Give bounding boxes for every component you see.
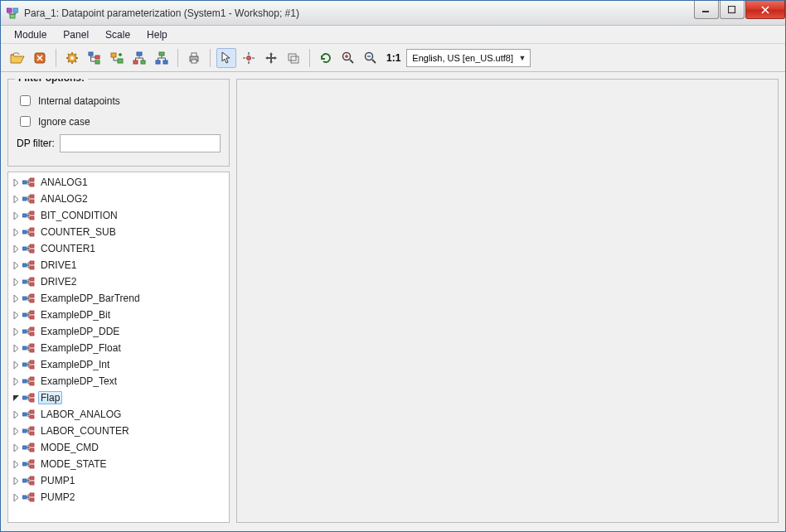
close-button[interactable] xyxy=(745,1,785,19)
disclosure-collapsed-icon[interactable] xyxy=(12,360,20,369)
delete-icon[interactable] xyxy=(30,48,50,68)
svg-rect-24 xyxy=(291,56,298,63)
svg-rect-63 xyxy=(22,380,27,383)
refresh-icon[interactable] xyxy=(316,48,336,68)
datapoint-tree[interactable]: ANALOG1 ANALOG2 BIT_CONDITION COUNTER_SU… xyxy=(7,172,230,523)
svg-rect-52 xyxy=(30,311,34,314)
disclosure-collapsed-icon[interactable] xyxy=(12,460,20,468)
svg-rect-34 xyxy=(30,211,34,215)
target-icon[interactable] xyxy=(239,48,259,68)
disclosure-collapsed-icon[interactable] xyxy=(12,443,20,452)
zoom-in-icon[interactable] xyxy=(338,48,358,68)
tree-item[interactable]: COUNTER_SUB xyxy=(8,224,229,240)
disclosure-collapsed-icon[interactable] xyxy=(12,344,20,352)
tree-item-label: ExampleDP_Float xyxy=(38,341,124,355)
svg-rect-76 xyxy=(30,443,34,447)
tree-item[interactable]: Flap xyxy=(8,389,229,406)
svg-rect-69 xyxy=(22,413,27,416)
language-select[interactable]: English, US [en_US.utf8] xyxy=(406,49,531,67)
menubar: Module Panel Scale Help xyxy=(1,26,785,44)
tree-item[interactable]: DRIVE1 xyxy=(8,257,229,273)
menu-scale[interactable]: Scale xyxy=(97,27,138,42)
tree-item[interactable]: MODE_STATE xyxy=(8,456,229,472)
disclosure-collapsed-icon[interactable] xyxy=(12,211,20,220)
disclosure-collapsed-icon[interactable] xyxy=(12,244,20,253)
datapoint-icon xyxy=(22,309,36,321)
svg-rect-71 xyxy=(30,415,34,418)
hierarchy-icon[interactable] xyxy=(129,48,149,68)
svg-rect-79 xyxy=(30,460,34,463)
tree-item-label: DRIVE2 xyxy=(38,275,79,288)
menu-panel[interactable]: Panel xyxy=(55,27,97,42)
disclosure-collapsed-icon[interactable] xyxy=(12,410,20,418)
zoom-ratio[interactable]: 1:1 xyxy=(383,52,404,64)
tree-item[interactable]: ExampleDP_BarTrend xyxy=(8,290,229,307)
disclosure-collapsed-icon[interactable] xyxy=(12,311,20,319)
minimize-button[interactable] xyxy=(694,1,719,19)
internal-label[interactable]: Internal datapoints xyxy=(38,95,120,107)
disclosure-collapsed-icon[interactable] xyxy=(12,327,20,336)
tree-icon[interactable] xyxy=(85,48,104,68)
datapoint-icon xyxy=(22,458,36,470)
disclosure-collapsed-icon[interactable] xyxy=(12,427,20,435)
disclosure-collapsed-icon[interactable] xyxy=(12,261,20,269)
tree-item[interactable]: DRIVE2 xyxy=(8,273,229,290)
svg-rect-72 xyxy=(22,429,27,433)
add-node-icon[interactable] xyxy=(107,48,127,68)
datapoint-icon xyxy=(22,210,36,221)
disclosure-expanded-icon[interactable] xyxy=(12,394,20,402)
tree-item[interactable]: ANALOG2 xyxy=(8,191,229,207)
svg-rect-46 xyxy=(30,278,34,281)
menu-module[interactable]: Module xyxy=(6,27,55,42)
svg-rect-78 xyxy=(22,462,27,466)
toolbar-separator xyxy=(177,49,178,67)
disclosure-collapsed-icon[interactable] xyxy=(12,377,20,385)
disclosure-collapsed-icon[interactable] xyxy=(12,294,20,302)
layers-icon[interactable] xyxy=(284,48,303,68)
tree-item[interactable]: BIT_CONDITION xyxy=(8,207,229,224)
disclosure-collapsed-icon[interactable] xyxy=(12,195,20,203)
tree-item[interactable]: COUNTER1 xyxy=(8,240,229,257)
internal-checkbox[interactable] xyxy=(20,95,31,106)
zoom-out-icon[interactable] xyxy=(361,48,381,68)
disclosure-collapsed-icon[interactable] xyxy=(12,476,20,485)
tree-item[interactable]: ANALOG1 xyxy=(8,174,229,191)
svg-rect-20 xyxy=(192,53,196,56)
tree-item[interactable]: PUMP1 xyxy=(8,472,229,489)
tree-item[interactable]: ExampleDP_Float xyxy=(8,340,229,356)
menu-help[interactable]: Help xyxy=(138,27,176,42)
print-icon[interactable] xyxy=(184,48,204,68)
datapoint-icon xyxy=(22,375,36,387)
open-icon[interactable] xyxy=(7,48,27,68)
disclosure-collapsed-icon[interactable] xyxy=(12,178,20,186)
dpfilter-input[interactable] xyxy=(60,134,221,152)
cursor-icon[interactable] xyxy=(216,48,236,68)
tree-item[interactable]: LABOR_COUNTER xyxy=(8,423,229,439)
disclosure-collapsed-icon[interactable] xyxy=(12,278,20,286)
settings-icon[interactable] xyxy=(62,48,82,68)
tree-item-label: COUNTER_SUB xyxy=(38,225,119,239)
tree-item-label: ANALOG1 xyxy=(38,176,90,189)
tree-item[interactable]: PUMP2 xyxy=(8,489,229,505)
tree-item[interactable]: MODE_CMD xyxy=(8,439,229,456)
svg-rect-35 xyxy=(30,216,34,220)
svg-rect-3 xyxy=(702,11,709,12)
disclosure-collapsed-icon[interactable] xyxy=(12,493,20,501)
tree-item[interactable]: ExampleDP_Int xyxy=(8,356,229,373)
tree-item[interactable]: ExampleDP_Bit xyxy=(8,307,229,323)
hierarchy-alt-icon[interactable] xyxy=(152,48,172,68)
tree-item[interactable]: LABOR_ANALOG xyxy=(8,406,229,423)
toolbar-separator xyxy=(309,49,310,67)
svg-rect-15 xyxy=(141,60,145,64)
tree-item[interactable]: ExampleDP_DDE xyxy=(8,323,229,340)
ignorecase-label[interactable]: Ignore case xyxy=(38,116,90,128)
svg-rect-2 xyxy=(10,14,15,18)
disclosure-collapsed-icon[interactable] xyxy=(12,228,20,236)
titlebar: Para_1: Datapoint parameterization (Syst… xyxy=(1,1,785,26)
datapoint-icon xyxy=(22,293,36,304)
maximize-button[interactable] xyxy=(720,1,745,19)
datapoint-icon xyxy=(22,392,36,404)
move-icon[interactable] xyxy=(261,48,281,68)
ignorecase-checkbox[interactable] xyxy=(20,116,31,127)
tree-item[interactable]: ExampleDP_Text xyxy=(8,373,229,389)
